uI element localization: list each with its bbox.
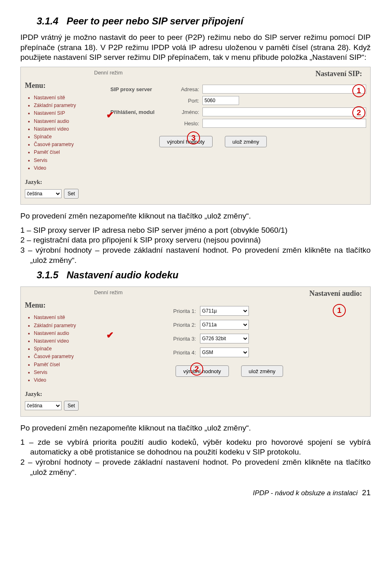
menu-item[interactable]: Časové parametry (34, 353, 102, 361)
menu-item[interactable]: Servis (34, 157, 102, 164)
section-num: 3.1.4 (37, 15, 58, 26)
set-button[interactable]: Set (64, 189, 79, 199)
priority4-select[interactable]: GSM (200, 348, 249, 357)
priority4-label: Priorita 4: (151, 350, 196, 356)
menu-item[interactable]: Základní parametry (34, 322, 102, 330)
field-label-adresa: Adresa: (175, 86, 199, 92)
language-label: Jazyk: (25, 179, 102, 186)
menu-item[interactable]: Spínače (34, 133, 102, 141)
menu-item[interactable]: Nastavení video (34, 125, 102, 133)
priority1-label: Priorita 1: (151, 308, 196, 314)
save-button[interactable]: ulož změny (225, 136, 267, 147)
menu-item[interactable]: Nastavení sítě (34, 314, 102, 321)
defaults-button[interactable]: výrobní hodnoty (159, 136, 213, 147)
callout-3: 3 (187, 131, 200, 144)
end-p1: Po provedení změn nezapomeňte kliknout n… (20, 423, 371, 433)
menu-list: Nastavení sítě Základní parametry Nastav… (34, 94, 102, 172)
group-label-proxy: SIP proxy server (110, 86, 171, 92)
footer-text: IPDP - návod k obsluze a instalaci (253, 489, 358, 497)
menu-item[interactable]: Video (34, 164, 102, 172)
field-label-jmeno: Jméno: (175, 109, 199, 115)
menu-item[interactable]: Časové parametry (34, 141, 102, 149)
mid-p3: 2 – registrační data pro připojení k SIP… (20, 235, 371, 245)
mid-p1: Po provedení změn nezapomeňte kliknout n… (20, 211, 371, 221)
mid-p4: 3 – výrobní hodnoty – provede základní n… (20, 245, 371, 265)
panel-sip: Denní režim Nastavení SIP: Menu: Nastave… (20, 67, 371, 205)
group-label-login: Přihlášení, modul (110, 109, 171, 115)
menu-item[interactable]: Video (34, 376, 102, 384)
set-button[interactable]: Set (64, 401, 79, 411)
priority2-label: Priorita 2: (151, 322, 196, 328)
panel-audio: Denní režim Nastavení audio: Menu: Nasta… (20, 286, 371, 417)
panel-heading: Nastavení SIP: (315, 70, 362, 78)
section-num: 3.1.5 (37, 269, 58, 280)
menu-item[interactable]: Nastavení sítě (34, 94, 102, 102)
port-input[interactable] (202, 96, 239, 105)
checkmark-icon: ✔ (106, 108, 114, 122)
heslo-input[interactable] (202, 119, 366, 128)
para-314: IPDP vrátný je možno nastavit do peer to… (20, 33, 371, 63)
mode-label: Denní režim (94, 70, 123, 78)
language-select[interactable]: čeština (25, 189, 62, 198)
section-heading: Peer to peer nebo SIP server připojení (66, 15, 243, 26)
menu-item[interactable]: Základní parametry (34, 102, 102, 109)
page-footer: IPDP - návod k obsluze a instalaci 21 (20, 488, 371, 497)
language-select[interactable]: čeština (25, 401, 62, 410)
menu-item[interactable]: Paměť čísel (34, 361, 102, 369)
panel-heading: Nastavení audio: (309, 289, 362, 298)
menu-list: Nastavení sítě Základní parametry Nastav… (34, 314, 102, 384)
priority3-label: Priorita 3: (151, 336, 196, 342)
menu-item[interactable]: Nastavení video (34, 337, 102, 345)
priority2-select[interactable]: G711a (200, 320, 249, 330)
section-title-314: 3.1.4 Peer to peer nebo SIP server připo… (37, 15, 371, 27)
menu-item[interactable]: Paměť čísel (34, 149, 102, 156)
menu-item[interactable]: Nastavení SIP✔ (34, 109, 102, 117)
field-label-port: Port: (175, 98, 199, 104)
menu-title: Menu: (25, 81, 102, 90)
jmeno-input[interactable] (202, 107, 366, 116)
menu-item[interactable]: Nastavení audio✔ (34, 330, 102, 337)
adresa-input[interactable] (202, 85, 366, 94)
checkmark-icon: ✔ (106, 328, 114, 342)
save-button[interactable]: ulož změny (241, 365, 283, 377)
end-p2: 1 – zde se vybírá priorita použití audio… (20, 437, 371, 457)
mid-p2: 1 – SIP proxy server IP adresa nebo SIP … (20, 225, 371, 236)
section-heading: Nastavení audio kodeku (66, 269, 178, 280)
menu-title: Menu: (25, 301, 102, 310)
section-title-315: 3.1.5 Nastavení audio kodeku (37, 269, 371, 281)
priority1-select[interactable]: G711µ (200, 306, 249, 316)
end-p3: 2 – výrobní hodnoty – provede základní n… (20, 457, 371, 477)
mode-label: Denní režim (94, 289, 123, 298)
priority3-select[interactable]: G726 32bit (200, 334, 249, 343)
menu-item[interactable]: Nastavení audio (34, 118, 102, 125)
field-label-heslo: Heslo: (175, 120, 199, 127)
language-label: Jazyk: (25, 391, 102, 398)
callout-1: 1 (352, 84, 365, 97)
callout-2: 2 (352, 106, 365, 119)
menu-item[interactable]: Servis (34, 369, 102, 376)
menu-item[interactable]: Spínače (34, 345, 102, 353)
page-number: 21 (362, 488, 371, 497)
